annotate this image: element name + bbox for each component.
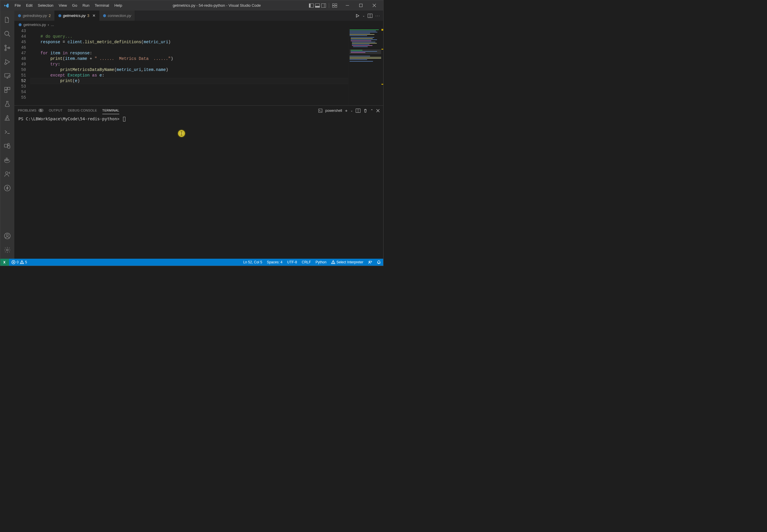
- svg-point-71: [369, 261, 370, 262]
- close-tab-icon[interactable]: ✕: [92, 13, 95, 18]
- toggle-secondary-sidebar-icon[interactable]: [321, 3, 326, 8]
- code-line[interactable]: # do query...: [31, 34, 348, 39]
- window-controls: [341, 0, 381, 11]
- svg-rect-40: [350, 34, 374, 35]
- testing-icon[interactable]: [0, 97, 14, 111]
- svg-point-14: [5, 45, 6, 47]
- customize-layout-icon[interactable]: [332, 3, 337, 8]
- vscode-logo-icon: [4, 3, 9, 8]
- svg-point-70: [333, 263, 333, 263]
- maximize-button[interactable]: [354, 0, 367, 11]
- run-dropdown-icon[interactable]: ⌄: [362, 14, 365, 17]
- svg-rect-39: [350, 33, 370, 34]
- remote-indicator[interactable]: [0, 259, 9, 266]
- code-line[interactable]: print(e): [31, 78, 348, 84]
- azure-icon[interactable]: [0, 111, 14, 125]
- cursor-position[interactable]: Ln 52, Col 5: [241, 259, 265, 266]
- svg-rect-4: [321, 4, 326, 7]
- panel-tabs: PROBLEMS5OUTPUTDEBUG CONSOLETERMINAL pow…: [14, 106, 383, 115]
- code-line[interactable]: [31, 45, 348, 51]
- code-line[interactable]: for item in response:: [31, 51, 348, 56]
- code-line[interactable]: except Exception as e:: [31, 73, 348, 78]
- code-line[interactable]: print(item.name + " ...... Metrics Data …: [31, 56, 348, 62]
- eol-status[interactable]: CRLF: [299, 259, 313, 266]
- terminal-shell-name[interactable]: powershell: [325, 109, 342, 113]
- breadcrumb[interactable]: ⬢ getmetrics.py › ...: [14, 21, 383, 28]
- teams-icon[interactable]: [0, 139, 14, 153]
- code-editor[interactable]: 43444546474849505152535455 # do query...…: [14, 28, 348, 105]
- menu-help[interactable]: Help: [112, 2, 125, 9]
- tab-getmetrics-py[interactable]: ⬢getmetrics.py3✕: [55, 11, 99, 21]
- warnings-count: 5: [25, 260, 27, 264]
- terminal-body[interactable]: PS C:\LBWorkSpace\MyCode\54-redis-python…: [14, 115, 383, 259]
- panel-tab-terminal[interactable]: TERMINAL: [102, 107, 119, 114]
- docker-icon[interactable]: [0, 153, 14, 167]
- indentation-status[interactable]: Spaces: 4: [265, 259, 285, 266]
- run-debug-icon[interactable]: [0, 55, 14, 69]
- panel-tab-problems[interactable]: PROBLEMS5: [18, 107, 44, 114]
- close-panel-icon[interactable]: [376, 109, 380, 112]
- search-icon[interactable]: [0, 27, 14, 41]
- python-file-icon: ⬢: [58, 13, 61, 18]
- remote-explorer-icon[interactable]: [0, 69, 14, 83]
- settings-gear-icon[interactable]: [0, 243, 14, 257]
- panel-tab-debug-console[interactable]: DEBUG CONSOLE: [68, 107, 97, 114]
- svg-rect-7: [335, 4, 337, 5]
- encoding-status[interactable]: UTF-8: [285, 259, 299, 266]
- overview-warning-marker: [381, 84, 383, 85]
- tab-getrediskey-py[interactable]: ⬢getrediskey.py2: [14, 11, 55, 21]
- svg-rect-41: [350, 35, 367, 36]
- kill-terminal-icon[interactable]: [363, 109, 367, 113]
- run-python-icon[interactable]: [355, 14, 360, 18]
- tab-label: getrediskey.py: [23, 13, 47, 18]
- toggle-primary-sidebar-icon[interactable]: [309, 3, 314, 8]
- toggle-panel-icon[interactable]: [315, 3, 320, 8]
- new-terminal-icon[interactable]: +: [345, 108, 348, 113]
- svg-rect-44: [351, 39, 377, 40]
- language-mode[interactable]: Python: [313, 259, 329, 266]
- feedback-icon[interactable]: [366, 259, 374, 266]
- terminal-profile-icon[interactable]: [318, 109, 322, 113]
- minimap[interactable]: [348, 28, 383, 105]
- live-share-icon[interactable]: [0, 167, 14, 181]
- terminal-dropdown-icon[interactable]: ⌄: [350, 109, 353, 112]
- menubar: FileEditSelectionViewGoRunTerminalHelp: [12, 2, 125, 9]
- menu-view[interactable]: View: [56, 2, 70, 9]
- menu-file[interactable]: File: [12, 2, 23, 9]
- code-line[interactable]: response = client.list_metric_definition…: [31, 39, 348, 45]
- menu-terminal[interactable]: Terminal: [92, 2, 112, 9]
- menu-edit[interactable]: Edit: [23, 2, 35, 9]
- svg-rect-36: [350, 29, 379, 30]
- split-editor-icon[interactable]: [368, 14, 372, 18]
- source-control-icon[interactable]: [0, 41, 14, 55]
- tab-connection-py[interactable]: ⬢connection.py: [99, 11, 135, 21]
- menu-run[interactable]: Run: [80, 2, 92, 9]
- svg-rect-28: [6, 158, 7, 159]
- code-line[interactable]: [31, 28, 348, 34]
- code-line[interactable]: [31, 84, 348, 89]
- panel-tab-output[interactable]: OUTPUT: [49, 107, 62, 114]
- split-terminal-icon[interactable]: [356, 109, 360, 113]
- remote-ssh-icon[interactable]: [0, 125, 14, 139]
- code-line[interactable]: [31, 95, 348, 100]
- notifications-icon[interactable]: [374, 259, 383, 266]
- svg-rect-57: [350, 58, 381, 59]
- problems-status[interactable]: 0 5: [9, 259, 29, 266]
- explorer-icon[interactable]: [0, 13, 14, 27]
- accounts-icon[interactable]: [0, 229, 14, 243]
- maximize-panel-icon[interactable]: ⌃: [370, 109, 373, 113]
- menu-selection[interactable]: Selection: [35, 2, 56, 9]
- thunder-icon[interactable]: [0, 181, 14, 195]
- svg-rect-55: [350, 56, 370, 56]
- code-line[interactable]: [31, 89, 348, 95]
- code-line[interactable]: try:: [31, 62, 348, 67]
- more-actions-icon[interactable]: ···: [375, 13, 380, 18]
- python-interpreter[interactable]: Select Interpreter: [329, 259, 366, 266]
- code-content[interactable]: # do query... response = client.list_met…: [31, 28, 348, 105]
- extensions-icon[interactable]: [0, 83, 14, 97]
- line-numbers: 43444546474849505152535455: [14, 28, 31, 105]
- close-button[interactable]: [367, 0, 381, 11]
- code-line[interactable]: printMetricsDataByName(metric_uri,item.n…: [31, 67, 348, 73]
- menu-go[interactable]: Go: [70, 2, 80, 9]
- minimize-button[interactable]: [341, 0, 354, 11]
